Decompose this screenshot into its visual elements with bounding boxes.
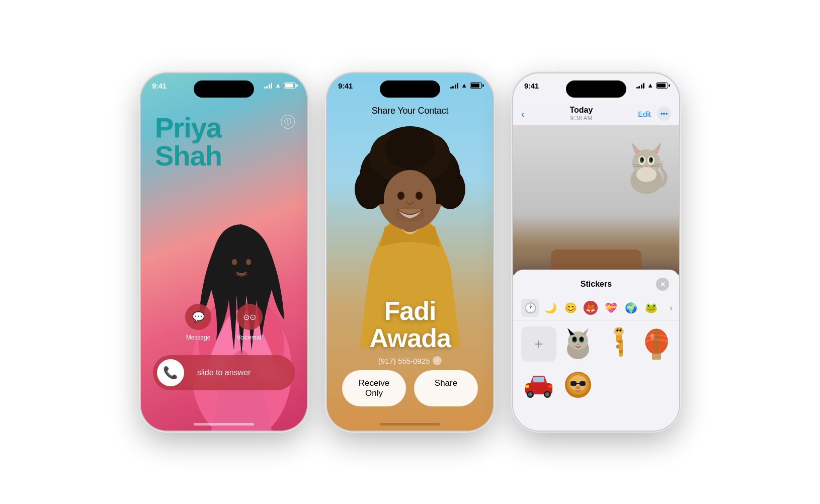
message-label: Message [186,334,211,341]
battery-icon [656,82,668,89]
receive-only-button[interactable]: Receive Only [342,370,406,406]
more-button[interactable]: ••• [657,107,671,121]
caller-name-line2: Shah [155,142,222,170]
sticker-cat-frog[interactable]: 🐸 [642,299,660,317]
caller-photo [186,169,297,431]
animal1-icon: 🦊 [583,300,598,315]
battery-fill [285,83,293,88]
svg-text:🦊: 🦊 [586,303,596,313]
header-right-buttons: Edit ••• [638,107,671,121]
phone3-container: 9:41 ▲ [513,73,679,431]
svg-marker-42 [567,328,575,335]
contact-name-line2: Awada [327,324,493,352]
car-sticker-image [521,366,556,401]
phone3-content: 9:41 ▲ [513,73,679,431]
message-icon: 💬 [185,304,211,330]
signal-bar-3 [455,85,456,89]
svg-point-56 [618,340,622,343]
signal-bar-3 [269,85,270,89]
svg-point-5 [246,259,251,265]
phone2-container: 9:41 ▲ Share Your Contact Fadi [327,73,493,431]
svg-point-71 [545,392,549,396]
svg-point-18 [416,192,423,200]
svg-point-47 [580,337,583,341]
phone1-container: 9:41 ▲ Priya Shah ⓘ [141,73,307,431]
signal-bar-4 [457,83,458,89]
sticker-balloon[interactable] [639,326,674,362]
svg-rect-67 [533,377,544,382]
voicemail-option[interactable]: ⊙⊙ Voicemail [236,304,263,341]
back-button[interactable]: ‹ [521,108,525,120]
signal-bars [636,82,645,89]
caller-name-line1: Priya [155,114,222,142]
contact-info-overlay: Fadi Awada (917) 555-0925 ✓ [327,297,493,365]
phone1-status-icons: ▲ [264,81,296,89]
phone3-status-icons: ▲ [636,81,668,89]
signal-bars [264,82,273,89]
voicemail-label: Voicemail [236,334,262,341]
signal-bar-2 [266,86,268,89]
voicemail-icon: ⊙⊙ [236,304,263,330]
answer-button[interactable]: 📞 [157,359,184,386]
sticker-cat[interactable] [560,326,596,362]
sticker-giraffe[interactable] [600,326,635,362]
battery-icon [284,82,296,89]
stickers-header: Stickers ✕ [513,270,679,296]
svg-point-37 [636,167,657,182]
slide-to-answer-text: slide to answer [184,368,291,377]
svg-point-80 [576,386,581,389]
s3 [641,85,642,89]
svg-point-15 [435,169,465,209]
messages-header: ‹ Today 9:38 AM Edit ••• [513,103,679,125]
balloon-sticker-image [639,326,674,362]
caller-name-overlay: Priya Shah [155,114,222,170]
svg-marker-43 [582,328,589,335]
stickers-close-button[interactable]: ✕ [656,278,669,291]
phone1-dynamic-island [194,80,254,98]
back-chevron-icon: ‹ [521,108,525,120]
header-title: Today [569,106,593,115]
phone1-home-indicator [194,423,254,426]
svg-point-14 [355,169,385,209]
cat-photo-message [513,125,679,275]
edit-button[interactable]: Edit [638,110,651,118]
stickers-categories: 🕐 🌙 😊 🦊 💝 🌍 🐸 › [513,296,679,320]
sticker-cat-recent[interactable]: 🕐 [521,299,539,317]
message-option[interactable]: 💬 Message [185,304,211,341]
svg-rect-73 [548,385,552,388]
svg-point-31 [650,158,652,161]
signal-bar-2 [452,86,454,89]
plus-icon: + [535,336,543,352]
share-buttons-row: Receive Only Share [327,370,493,406]
battery-icon [470,82,482,89]
sticker-lion[interactable] [560,366,596,401]
svg-point-17 [397,192,404,200]
svg-point-58 [619,350,623,353]
svg-point-69 [528,392,532,396]
sticker-car[interactable] [521,366,556,401]
info-button[interactable]: ⓘ [281,115,295,129]
sticker-cat-animal1[interactable]: 🦊 [582,299,600,317]
sticker-cat-globe[interactable]: 🌍 [622,299,640,317]
svg-rect-78 [580,381,586,386]
share-button[interactable]: Share [414,370,478,406]
battery-fill [657,83,666,88]
slide-to-answer[interactable]: 📞 slide to answer [153,355,295,390]
add-sticker-button[interactable]: + [521,326,556,362]
sticker-cat-moon[interactable]: 🌙 [541,299,559,317]
sticker-cat-heart[interactable]: 💝 [602,299,620,317]
header-center: Today 9:38 AM [569,106,593,122]
svg-point-19 [395,207,425,222]
phone3-dynamic-island [566,80,626,98]
phone2-status-icons: ▲ [450,81,482,89]
wifi-icon: ▲ [647,81,653,89]
giraffe-sticker-image [600,326,635,362]
sticker-cat-smile[interactable]: 😊 [561,299,580,317]
sticker-cat-more[interactable]: › [662,299,679,317]
header-subtitle: 9:38 AM [570,115,592,122]
lion-sticker-image [560,366,596,401]
phone1: 9:41 ▲ Priya Shah ⓘ [141,73,307,431]
phone3-time: 9:41 [524,81,539,90]
call-actions: 💬 Message ⊙⊙ Voicemail 📞 slide to answer [141,304,307,390]
s2 [638,86,640,89]
